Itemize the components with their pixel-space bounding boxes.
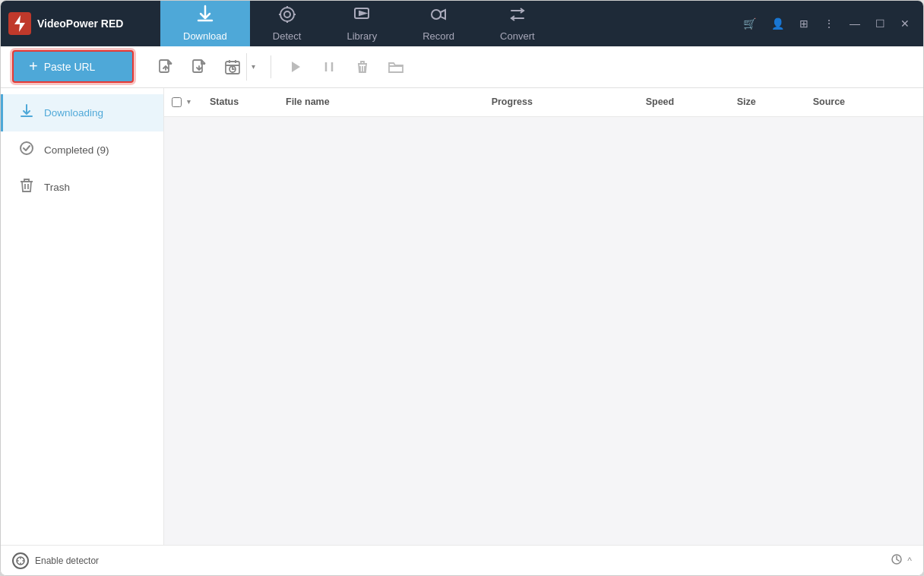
trash-icon <box>18 178 35 197</box>
tab-convert[interactable]: Convert <box>477 1 558 46</box>
app-logo: VideoPower RED <box>8 12 160 35</box>
svg-marker-0 <box>14 15 25 32</box>
col-filename-header: File name <box>286 97 492 107</box>
completed-icon <box>18 141 35 160</box>
sidebar-item-trash[interactable]: Trash <box>1 169 163 206</box>
select-all-checkbox[interactable] <box>172 97 182 107</box>
status-bar-left: Enable detector <box>12 552 99 569</box>
download-tab-icon <box>195 5 215 27</box>
content-area: ▾ Status File name Progress Speed Size S… <box>164 88 923 545</box>
tab-detect-label: Detect <box>273 30 302 42</box>
window-controls: 🛒 👤 ⊞ ⋮ — ☐ ✕ <box>729 14 923 33</box>
enable-detector-label[interactable]: Enable detector <box>35 555 99 566</box>
library-tab-icon <box>352 5 372 27</box>
schedule-dropdown-arrow[interactable]: ▾ <box>246 53 260 81</box>
title-bar: VideoPower RED Download <box>1 1 923 46</box>
detect-tab-icon <box>277 5 297 27</box>
tab-download[interactable]: Download <box>160 1 250 46</box>
tab-download-label: Download <box>183 30 227 42</box>
paste-url-label: Paste URL <box>44 61 96 73</box>
sidebar: Downloading Completed (9) <box>1 88 164 545</box>
open-folder-button[interactable] <box>382 53 410 81</box>
detector-icon <box>12 552 29 569</box>
table-body <box>164 117 923 545</box>
sidebar-item-downloading[interactable]: Downloading <box>1 94 163 131</box>
import-button[interactable] <box>185 53 213 81</box>
sort-arrow: ▾ <box>187 98 191 106</box>
app-title: VideoPower RED <box>37 17 123 30</box>
pause-all-button[interactable] <box>315 53 343 81</box>
svg-marker-8 <box>359 11 365 15</box>
paste-url-button[interactable]: + Paste URL <box>12 50 134 83</box>
tab-library[interactable]: Library <box>324 1 400 46</box>
trash-label: Trash <box>44 182 70 193</box>
status-bar: Enable detector ^ <box>1 545 923 575</box>
add-from-file-button[interactable] <box>152 53 179 81</box>
col-source-header: Source <box>813 97 916 107</box>
completed-label: Completed (9) <box>44 144 109 156</box>
svg-point-2 <box>284 11 290 17</box>
col-progress-header: Progress <box>492 97 646 107</box>
col-status-header: Status <box>210 97 286 107</box>
col-check: ▾ <box>172 97 210 107</box>
tab-record[interactable]: Record <box>400 1 477 46</box>
tab-detect[interactable]: Detect <box>250 1 324 46</box>
start-all-button[interactable] <box>282 53 309 81</box>
convert-tab-icon <box>508 5 527 27</box>
chevron-up-icon[interactable]: ^ <box>907 555 912 566</box>
col-speed-header: Speed <box>646 97 737 107</box>
status-bar-right: ^ <box>891 553 912 568</box>
download-options-group: ▾ <box>219 53 260 81</box>
svg-point-16 <box>21 142 33 154</box>
toolbar-divider-1 <box>271 55 271 78</box>
svg-point-1 <box>280 8 294 21</box>
svg-point-9 <box>432 10 441 19</box>
more-icon[interactable]: ⋮ <box>818 14 840 33</box>
nav-tabs: Download Detect <box>160 1 729 46</box>
minimize-button[interactable]: — <box>843 14 866 33</box>
downloading-icon <box>18 103 35 122</box>
sidebar-item-completed[interactable]: Completed (9) <box>1 131 163 169</box>
schedule-download-button[interactable] <box>219 53 246 81</box>
delete-button[interactable] <box>349 53 376 81</box>
record-tab-icon <box>429 5 448 27</box>
table-header: ▾ Status File name Progress Speed Size S… <box>164 88 923 117</box>
main-layout: Downloading Completed (9) <box>1 88 923 545</box>
clock-icon <box>891 553 903 568</box>
cart-icon[interactable]: 🛒 <box>737 14 762 33</box>
tab-library-label: Library <box>346 30 377 42</box>
account-icon[interactable]: 👤 <box>765 14 790 33</box>
col-size-header: Size <box>737 97 813 107</box>
tab-record-label: Record <box>422 30 454 42</box>
maximize-button[interactable]: ☐ <box>869 14 891 33</box>
app-logo-icon <box>8 12 31 35</box>
tab-convert-label: Convert <box>500 30 535 42</box>
settings-icon[interactable]: ⊞ <box>793 14 815 33</box>
downloading-label: Downloading <box>44 107 103 119</box>
close-button[interactable]: ✕ <box>894 14 916 33</box>
plus-icon: + <box>29 58 38 75</box>
toolbar: + Paste URL <box>1 46 923 88</box>
